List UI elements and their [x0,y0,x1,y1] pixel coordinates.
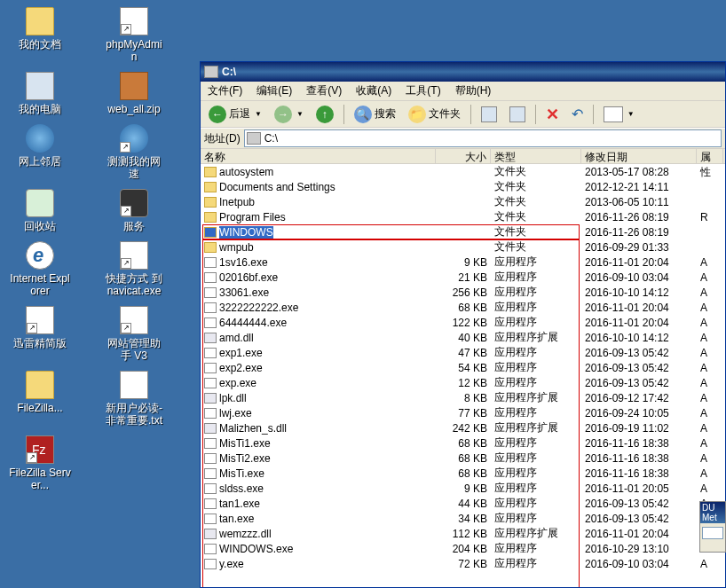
menu-tools[interactable]: 工具(T) [402,82,444,100]
list-item[interactable]: WINDOWS.exe204 KB应用程序2016-10-29 13:10A [201,541,725,556]
list-item[interactable]: 3222222222.exe68 KB应用程序2016-11-01 20:04A [201,300,725,315]
desktop-mycomputer[interactable]: 我的电脑 [9,72,71,115]
drive-icon [247,132,261,145]
col-type[interactable]: 类型 [491,149,581,163]
file-size: 68 KB [436,302,491,314]
desktop-fzserver[interactable]: FileZilla Server... [9,435,71,491]
mydocs-icon [26,7,54,35]
back-button[interactable]: ←后退▼ [204,104,266,125]
list-item[interactable]: Malizhen_s.dll242 KB应用程序扩展2016-09-19 11:… [201,420,725,435]
file-name: MisTi2.exe [219,452,271,465]
desktop-ie[interactable]: Internet Explorer [9,241,71,297]
undo-button[interactable]: ↶ [567,104,588,125]
list-item[interactable]: sldss.exe9 KB应用程序2016-11-01 20:05A [201,481,725,496]
list-item[interactable]: lpk.dll8 KB应用程序扩展2016-09-12 17:42A [201,390,725,405]
folders-button[interactable]: 📁文件夹 [404,104,465,125]
views-button[interactable]: ▼ [599,104,639,125]
file-attr: A [697,482,723,495]
menu-view[interactable]: 查看(V) [303,82,345,100]
menu-fav[interactable]: 收藏(A) [352,82,395,100]
file-size: 12 KB [436,377,491,389]
desktop-navicat[interactable]: 快捷方式 到 navicat.exe [103,241,165,297]
drive-icon [204,66,218,78]
file-size: 112 KB [436,528,491,540]
desktop-webhelper[interactable]: 网站管理助手 V3 [103,306,165,362]
delete-button[interactable]: ✕ [541,104,564,125]
list-item[interactable]: exp1.exe47 KB应用程序2016-09-13 05:42A [201,345,725,360]
desktop-readme[interactable]: 新用户必读-非常重要.txt [103,371,165,427]
list-item[interactable]: tan1.exe44 KB应用程序2016-09-13 05:42A [201,496,725,511]
desktop-recycle[interactable]: 回收站 [9,189,71,232]
exe-icon [204,483,217,494]
list-item[interactable]: Documents and Settings文件夹2012-12-21 14:1… [201,179,725,194]
desktop-speedtest[interactable]: 测测我的网速 [103,124,165,180]
menu-file[interactable]: 文件(F) [204,82,246,100]
file-date: 2016-10-10 14:12 [581,332,697,344]
col-name[interactable]: 名称 [201,149,436,163]
list-item[interactable]: y.exe72 KB应用程序2016-09-10 03:04A [201,556,725,571]
address-input[interactable]: C:\ [244,129,722,147]
file-size: 34 KB [436,513,491,525]
exe-icon [204,544,217,554]
desktop-mydocs[interactable]: 我的文档 [9,7,71,63]
list-item[interactable]: MisTi2.exe68 KB应用程序2016-11-16 18:38A [201,451,725,466]
list-item[interactable]: 33061.exe256 KB应用程序2016-10-10 14:12A [201,285,725,300]
phpmyadmin-icon [120,7,148,35]
file-date: 2016-11-16 18:38 [581,437,697,450]
du-meter-window[interactable]: DU Met [699,501,726,553]
copyto-button[interactable] [505,104,530,125]
list-item[interactable]: lwj.exe77 KB应用程序2016-09-24 10:05A [201,405,725,420]
file-name: Inetpub [219,196,255,208]
file-list[interactable]: 名称 大小 类型 修改日期 属性 autosystem文件夹2013-05-17… [201,149,725,587]
icon-label: 我的电脑 [9,103,71,115]
list-item[interactable]: autosystem文件夹2013-05-17 08:28 [201,164,725,179]
desktop-phpmyadmin[interactable]: phpMyAdmin [103,7,165,63]
desktop-services[interactable]: 服务 [103,189,165,232]
navicat-icon [120,241,148,270]
list-item[interactable]: 1sv16.exe9 KB应用程序2016-11-01 20:04A [201,255,725,270]
file-size: 122 KB [436,317,491,329]
list-item[interactable]: WINDOWS文件夹2016-11-26 08:19 [201,224,725,239]
file-type: 应用程序 [491,375,581,390]
exe-icon [204,363,217,373]
file-name: 64444444.exe [219,317,287,329]
services-icon [120,189,148,217]
file-date: 2016-10-29 13:10 [581,543,697,555]
icon-label: 新用户必读-非常重要.txt [103,402,165,427]
list-item[interactable]: wmpub文件夹2016-09-29 01:33 [201,239,725,255]
col-date[interactable]: 修改日期 [581,149,697,163]
file-type: 应用程序 [491,435,581,451]
list-item[interactable]: tan.exe34 KB应用程序2016-09-13 05:42A [201,511,725,526]
menu-edit[interactable]: 编辑(E) [253,82,296,100]
col-size[interactable]: 大小 [436,149,491,163]
desktop-filezilla[interactable]: FileZilla... [9,371,71,427]
icon-label: Internet Explorer [9,272,71,297]
list-item[interactable]: MisTi1.exe68 KB应用程序2016-11-16 18:38A [201,435,725,451]
list-item[interactable]: exp.exe12 KB应用程序2016-09-13 05:42A [201,375,725,390]
file-attr: A [697,377,723,389]
search-button[interactable]: 🔍搜索 [350,104,400,125]
file-name: Documents and Settings [219,181,335,193]
up-button[interactable]: ↑ [312,104,338,125]
list-item[interactable]: 64444444.exe122 KB应用程序2016-11-01 20:04A [201,315,725,330]
list-item[interactable]: Inetpub文件夹2013-06-05 10:11 [201,194,725,209]
menu-help[interactable]: 帮助(H) [452,82,495,100]
forward-button[interactable]: →▼ [270,104,308,125]
list-item[interactable]: exp2.exe54 KB应用程序2016-09-13 05:42A [201,360,725,375]
desktop-xunlei[interactable]: 迅雷精简版 [9,306,71,362]
desktop-weball[interactable]: web_all.zip [103,72,165,115]
list-item[interactable]: MisTi.exe68 KB应用程序2016-11-16 18:38A [201,466,725,481]
list-item[interactable]: amd.dll40 KB应用程序扩展2016-10-10 14:12A [201,330,725,345]
moveto-button[interactable] [477,104,501,125]
file-type: 应用程序 [491,481,581,496]
list-item[interactable]: 02016bf.exe21 KB应用程序2016-09-10 03:04A [201,270,725,285]
file-date: 2012-12-21 14:11 [581,181,697,193]
file-attr: A [697,422,723,435]
desktop-network[interactable]: 网上邻居 [9,124,71,180]
titlebar[interactable]: C:\ [201,62,725,82]
file-type: 应用程序 [491,541,581,556]
list-item[interactable]: wemzzz.dll112 KB应用程序扩展2016-11-01 20:04A [201,526,725,541]
col-attr[interactable]: 属性 [697,149,723,163]
file-date: 2016-09-10 03:04 [581,558,697,570]
list-item[interactable]: Program Files文件夹2016-11-26 08:19R [201,209,725,224]
